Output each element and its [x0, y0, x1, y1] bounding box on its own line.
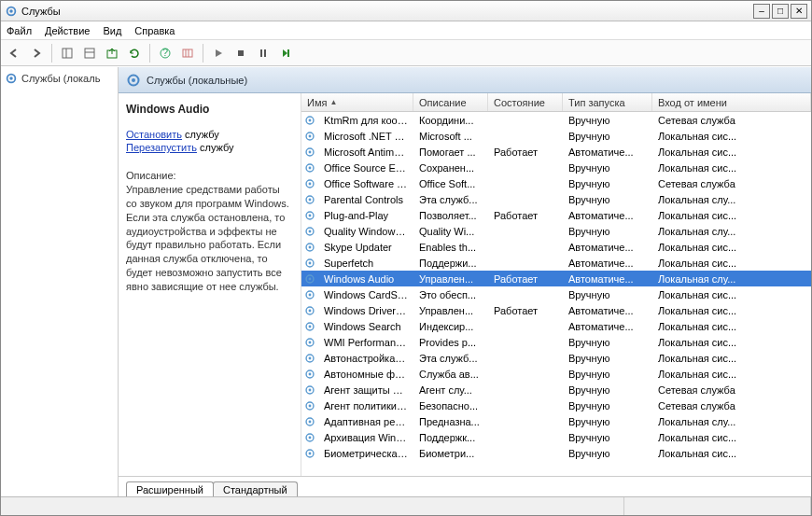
- cell-description: Provides p...: [413, 337, 488, 348]
- cell-logon: Локальная слу...: [652, 273, 811, 285]
- maximize-button[interactable]: □: [772, 4, 789, 19]
- svg-point-17: [9, 77, 13, 80]
- export-button[interactable]: [103, 44, 121, 63]
- restart-service-link[interactable]: Перезапустить: [126, 142, 197, 153]
- table-row[interactable]: Microsoft .NET Fr...Microsoft ...Вручную…: [301, 128, 811, 144]
- svg-point-41: [309, 277, 312, 280]
- table-row[interactable]: Windows Driver F...Управлен...РаботаетАв…: [301, 302, 811, 318]
- cell-name: Skype Updater: [318, 242, 413, 253]
- pause-service-button[interactable]: [254, 44, 273, 63]
- minimize-button[interactable]: –: [753, 4, 770, 19]
- cell-description: Quality Wi...: [413, 226, 488, 237]
- col-state[interactable]: Состояние: [488, 93, 563, 111]
- cell-startup: Автоматиче...: [563, 273, 652, 285]
- table-row[interactable]: SuperfetchПоддержи...Автоматиче...Локаль…: [301, 255, 811, 271]
- stop-service-button[interactable]: [231, 44, 250, 63]
- gear-icon: [301, 193, 318, 206]
- table-row[interactable]: Quality Windows ...Quality Wi...ВручнуюЛ…: [301, 223, 811, 239]
- table-row[interactable]: Windows CardSpa...Это обесп...ВручнуюЛок…: [301, 286, 811, 302]
- gear-icon: [301, 257, 318, 270]
- col-description[interactable]: Описание: [413, 93, 488, 111]
- table-row[interactable]: Агент политики I...Безопасно...ВручнуюСе…: [301, 397, 811, 413]
- cell-description: Помогает ...: [413, 146, 488, 158]
- cell-logon: Сетевая служба: [652, 384, 811, 396]
- description-text: Управление средствами работы со звуком д…: [126, 183, 291, 294]
- gear-icon: [301, 241, 318, 254]
- table-row[interactable]: Автономные фай...Служба ав...ВручнуюЛока…: [301, 366, 811, 382]
- cell-logon: Локальная слу...: [652, 416, 811, 427]
- col-logon-as[interactable]: Вход от имени: [652, 93, 811, 111]
- gear-icon: [301, 431, 318, 444]
- menu-file[interactable]: Файл: [7, 25, 32, 36]
- cell-name: Plug-and-Play: [318, 210, 413, 221]
- menu-action[interactable]: Действие: [45, 25, 90, 36]
- gear-icon: [301, 288, 318, 301]
- start-service-button[interactable]: [209, 44, 228, 63]
- forward-button[interactable]: [27, 44, 46, 63]
- table-row[interactable]: Skype UpdaterEnables th...Автоматиче...Л…: [301, 239, 811, 255]
- back-button[interactable]: [5, 44, 23, 63]
- cell-startup: Вручную: [563, 400, 652, 411]
- table-row[interactable]: Windows SearchИндексир...Автоматиче...Ло…: [301, 318, 811, 334]
- cell-name: Office Source Eng...: [318, 162, 413, 174]
- menu-view[interactable]: Вид: [103, 25, 121, 36]
- cell-startup: Вручную: [563, 432, 652, 443]
- cell-state: Работает: [488, 210, 563, 221]
- tab-standard[interactable]: Стандартный: [213, 481, 298, 496]
- table-row[interactable]: KtmRm для коор...Координи...ВручнуюСетев…: [301, 112, 811, 128]
- cell-name: Windows Search: [318, 321, 413, 332]
- cell-logon: Сетевая служба: [652, 178, 811, 189]
- cell-logon: Локальная сис...: [652, 337, 811, 348]
- cell-logon: Локальная сис...: [652, 258, 811, 269]
- restart-service-button[interactable]: [276, 44, 295, 63]
- tree-root-item[interactable]: Службы (локаль: [3, 71, 116, 86]
- cell-startup: Автоматиче...: [563, 210, 652, 221]
- table-row[interactable]: Office Source Eng...Сохранен...ВручнуюЛо…: [301, 160, 811, 175]
- table-row[interactable]: Архивация Windo...Поддержк...ВручнуюЛока…: [301, 429, 811, 445]
- cell-startup: Автоматиче...: [563, 242, 652, 253]
- refresh-button[interactable]: [125, 44, 144, 63]
- table-row[interactable]: Адаптивная регу...Предназна...ВручнуюЛок…: [301, 413, 811, 429]
- cell-name: WMI Performance...: [318, 337, 413, 348]
- table-row[interactable]: Office Software Pr...Office Soft...Вручн…: [301, 175, 811, 191]
- close-button[interactable]: ✕: [791, 4, 807, 19]
- table-row[interactable]: Windows AudioУправлен...РаботаетАвтомати…: [301, 271, 811, 286]
- cell-name: KtmRm для коор...: [318, 115, 413, 126]
- col-startup-type[interactable]: Тип запуска: [563, 93, 652, 111]
- col-name[interactable]: Имя ▲: [301, 93, 413, 111]
- cell-name: Microsoft Antimal...: [318, 146, 413, 158]
- table-row[interactable]: Автонастройка W...Эта служб...ВручнуюЛок…: [301, 350, 811, 366]
- properties-button[interactable]: [80, 44, 99, 63]
- cell-name: Quality Windows ...: [318, 226, 413, 237]
- table-row[interactable]: WMI Performance...Provides p...ВручнуюЛо…: [301, 334, 811, 350]
- cell-logon: Локальная сис...: [652, 210, 811, 221]
- columns-button[interactable]: [178, 44, 197, 63]
- rows-container[interactable]: KtmRm для коор...Координи...ВручнуюСетев…: [301, 112, 811, 476]
- cell-description: Поддержк...: [413, 432, 488, 443]
- restart-service-line: Перезапустить службу: [126, 142, 291, 153]
- tab-extended[interactable]: Расширенный: [126, 481, 214, 496]
- show-hide-button[interactable]: [58, 44, 77, 63]
- svg-point-45: [309, 309, 312, 312]
- table-row[interactable]: Биометрическая ...Биометри...ВручнуюЛока…: [301, 445, 811, 461]
- table-row[interactable]: Parental ControlsЭта служб...ВручнуюЛока…: [301, 191, 811, 207]
- svg-point-51: [309, 356, 312, 359]
- stop-tail: службу: [182, 129, 219, 140]
- split-area: Windows Audio Остановить службу Перезапу…: [119, 93, 811, 476]
- table-row[interactable]: Microsoft Antimal...Помогает ...Работает…: [301, 144, 811, 160]
- help-button[interactable]: ?: [156, 44, 175, 63]
- cell-name: Windows Audio: [318, 273, 413, 285]
- stop-service-link[interactable]: Остановить: [126, 129, 182, 140]
- menu-help[interactable]: Справка: [134, 25, 175, 36]
- cell-startup: Вручную: [563, 194, 652, 205]
- table-row[interactable]: Plug-and-PlayПозволяет...РаботаетАвтомат…: [301, 207, 811, 223]
- table-row[interactable]: Агент защиты сет...Агент слу...ВручнуюСе…: [301, 382, 811, 397]
- cell-name: Windows CardSpa...: [318, 289, 413, 300]
- cell-description: Enables th...: [413, 242, 488, 253]
- cell-name: Агент защиты сет...: [318, 384, 413, 396]
- app-icon: [5, 5, 18, 18]
- cell-startup: Вручную: [563, 416, 652, 427]
- svg-rect-13: [260, 49, 262, 57]
- svg-point-23: [309, 134, 312, 137]
- svg-rect-4: [85, 49, 94, 58]
